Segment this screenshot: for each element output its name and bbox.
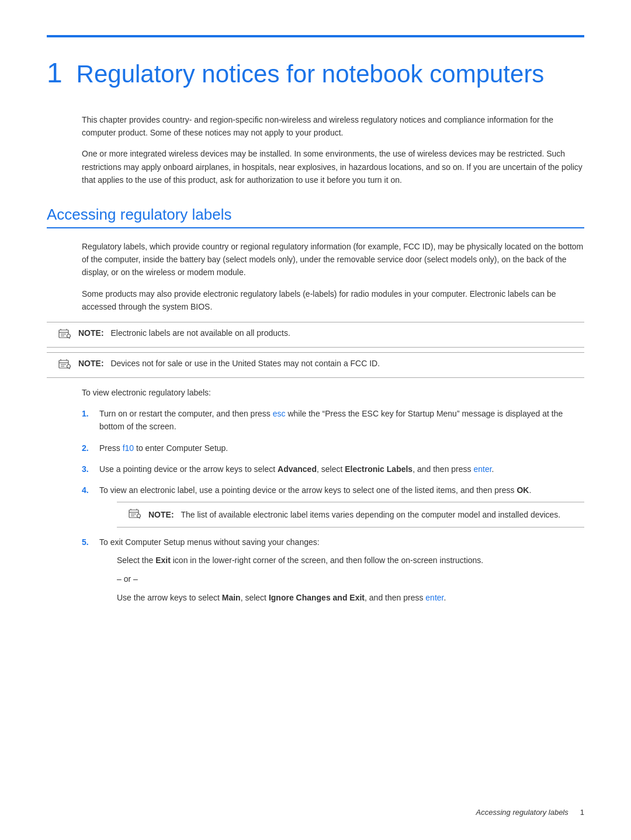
step-5-sub-content: Select the Exit icon in the lower-right … — [117, 554, 584, 605]
step-1-text: Turn on or restart the computer, and the… — [99, 409, 563, 431]
step-1: 1. Turn on or restart the computer, and … — [82, 407, 584, 433]
chapter-header: 1 Regulatory notices for notebook comput… — [47, 56, 584, 90]
intro-paragraph-2: One or more integrated wireless devices … — [82, 147, 584, 186]
step-2-number: 2. — [82, 442, 89, 454]
note-inner-text: The list of available electronic label i… — [181, 508, 560, 521]
step-2-text: Press f10 to enter Computer Setup. — [99, 443, 228, 453]
enter-link-2[interactable]: enter — [425, 593, 443, 602]
note-icon-1 — [58, 328, 71, 341]
step-5-text: To exit Computer Setup menus without sav… — [99, 537, 320, 547]
svg-point-6 — [67, 334, 71, 338]
step-4-text: To view an electronic label, use a point… — [99, 485, 531, 495]
step-5-number: 5. — [82, 536, 89, 549]
chapter-number: 1 — [47, 57, 63, 88]
esc-link[interactable]: esc — [273, 409, 286, 418]
step-4-number: 4. — [82, 484, 89, 497]
section-paragraph-2: Some products may also provide electroni… — [82, 287, 584, 314]
f10-link[interactable]: f10 — [123, 443, 134, 453]
step-5-line-2: Use the arrow keys to select Main, selec… — [117, 591, 584, 604]
note-1-label: NOTE: — [78, 328, 106, 338]
note-4-inner: NOTE: The list of available electronic l… — [117, 502, 584, 527]
top-border-decoration — [47, 35, 584, 37]
step-3-number: 3. — [82, 463, 89, 475]
page-container: 1 Regulatory notices for notebook comput… — [0, 0, 631, 840]
or-separator: – or – — [117, 572, 584, 585]
step-3: 3. Use a pointing device or the arrow ke… — [82, 463, 584, 475]
svg-point-13 — [67, 365, 71, 368]
svg-point-20 — [137, 514, 141, 518]
step-4: 4. To view an electronic label, use a po… — [82, 484, 584, 527]
note-icon-2 — [58, 359, 71, 372]
note-1: NOTE: Electronic labels are not availabl… — [47, 322, 584, 348]
step-3-text: Use a pointing device or the arrow keys … — [99, 464, 494, 474]
note-inner-label: NOTE: — [148, 508, 176, 521]
section-title: Accessing regulatory labels — [47, 206, 584, 228]
note-2-text: Devices not for sale or use in the Unite… — [110, 359, 380, 368]
step-2: 2. Press f10 to enter Computer Setup. — [82, 442, 584, 454]
enter-link-1[interactable]: enter — [473, 464, 491, 474]
step-1-number: 1. — [82, 407, 89, 420]
note-1-text: Electronic labels are not available on a… — [110, 328, 290, 338]
step-5-line-1: Select the Exit icon in the lower-right … — [117, 554, 584, 567]
intro-paragraph-1: This chapter provides country- and regio… — [82, 113, 584, 140]
note-icon-inner — [129, 508, 141, 521]
footer-page-number: 1 — [580, 808, 584, 817]
footer: Accessing regulatory labels 1 — [476, 808, 584, 817]
note-2-label: NOTE: — [78, 359, 106, 368]
step-5: 5. To exit Computer Setup menus without … — [82, 536, 584, 605]
section-paragraph-1: Regulatory labels, which provide country… — [82, 240, 584, 279]
to-view-label: To view electronic regulatory labels: — [82, 386, 584, 399]
steps-list: 1. Turn on or restart the computer, and … — [82, 407, 584, 605]
note-2: NOTE: Devices not for sale or use in the… — [47, 352, 584, 378]
footer-section-label: Accessing regulatory labels — [476, 808, 568, 817]
chapter-title: Regulatory notices for notebook computer… — [77, 60, 545, 88]
